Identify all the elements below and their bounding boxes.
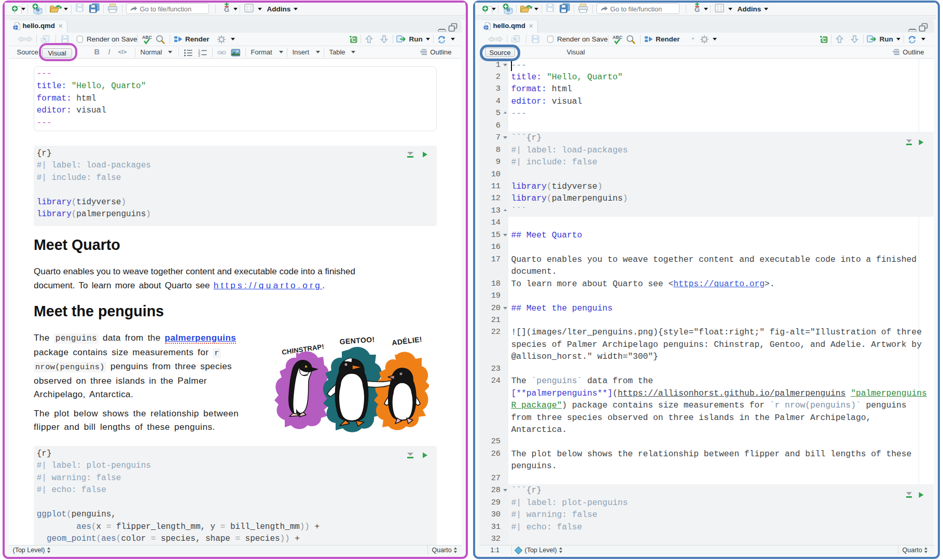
svg-text:ABC: ABC: [613, 35, 622, 40]
svg-text:ADÉLIE!: ADÉLIE!: [391, 336, 422, 347]
svg-text:GENTOO!: GENTOO!: [339, 336, 375, 346]
svg-text:C: C: [822, 37, 826, 43]
svg-text:2: 2: [198, 53, 200, 57]
svg-text:C: C: [352, 37, 356, 43]
svg-text:1: 1: [198, 49, 200, 52]
svg-text:ABC: ABC: [142, 35, 152, 40]
